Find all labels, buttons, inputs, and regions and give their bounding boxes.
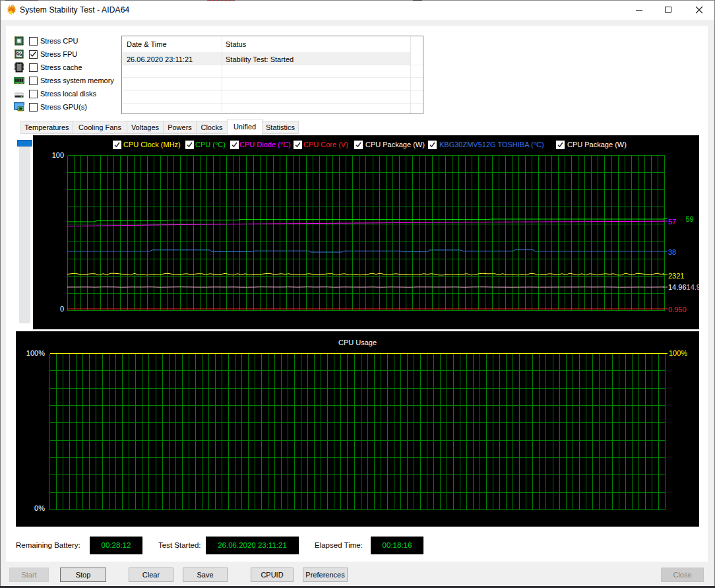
svg-text:14.9614.9: 14.9614.9 <box>668 283 699 291</box>
svg-text:100%: 100% <box>26 349 45 357</box>
svg-text:57: 57 <box>668 218 676 226</box>
svg-text:%: % <box>16 50 22 57</box>
svg-text:100%: 100% <box>669 349 687 357</box>
svg-text:0: 0 <box>60 305 64 313</box>
svg-text:0.950: 0.950 <box>668 306 687 313</box>
svg-text:0%: 0% <box>34 504 45 512</box>
svg-text:CPU Usage: CPU Usage <box>338 339 377 346</box>
svg-text:38: 38 <box>668 248 676 256</box>
svg-text:2321: 2321 <box>668 272 684 280</box>
svg-text:59: 59 <box>686 215 694 223</box>
svg-text:100: 100 <box>52 151 64 159</box>
